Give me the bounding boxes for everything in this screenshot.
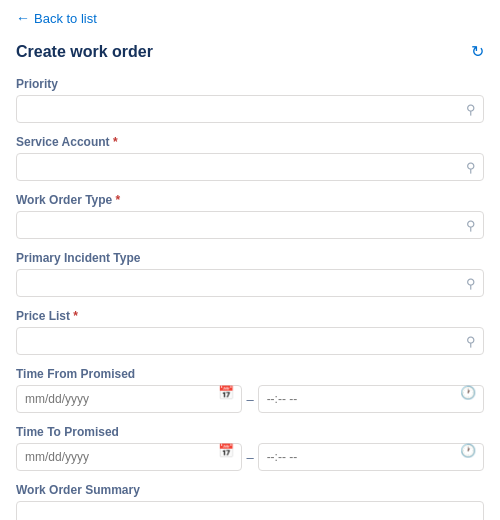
price-list-field: Price List * ⚲ — [16, 309, 484, 355]
work-order-summary-wrapper: ↗ — [16, 501, 484, 520]
required-star: * — [110, 135, 118, 149]
service-account-input[interactable] — [16, 153, 484, 181]
time-to-promised-row: 📅 – 🕐 — [16, 443, 484, 471]
back-link-label: Back to list — [34, 11, 97, 26]
primary-incident-type-input[interactable] — [16, 269, 484, 297]
time-to-date-input[interactable] — [16, 443, 242, 471]
time-to-promised-label: Time To Promised — [16, 425, 484, 439]
time-to-time-wrapper: 🕐 — [258, 443, 484, 471]
service-account-input-wrapper: ⚲ — [16, 153, 484, 181]
priority-input-wrapper: ⚲ — [16, 95, 484, 123]
time-from-date-wrapper: 📅 — [16, 385, 242, 413]
work-order-type-input[interactable] — [16, 211, 484, 239]
primary-incident-type-label: Primary Incident Type — [16, 251, 484, 265]
time-from-date-input[interactable] — [16, 385, 242, 413]
work-order-summary-field: Work Order Summary ↗ — [16, 483, 484, 520]
time-from-promised-row: 📅 – 🕐 — [16, 385, 484, 413]
service-account-field: Service Account * ⚲ — [16, 135, 484, 181]
time-from-time-input[interactable] — [258, 385, 484, 413]
primary-incident-type-field: Primary Incident Type ⚲ — [16, 251, 484, 297]
price-list-input[interactable] — [16, 327, 484, 355]
price-list-input-wrapper: ⚲ — [16, 327, 484, 355]
time-from-time-wrapper: 🕐 — [258, 385, 484, 413]
datetime-separator-to: – — [246, 450, 253, 465]
back-to-list-link[interactable]: ← Back to list — [16, 10, 484, 26]
work-order-type-label: Work Order Type * — [16, 193, 484, 207]
page-header: Create work order ↻ — [16, 42, 484, 61]
time-to-date-wrapper: 📅 — [16, 443, 242, 471]
priority-label: Priority — [16, 77, 484, 91]
work-order-summary-label: Work Order Summary — [16, 483, 484, 497]
time-to-promised-field: Time To Promised 📅 – 🕐 — [16, 425, 484, 471]
required-star-wot: * — [112, 193, 120, 207]
refresh-icon[interactable]: ↻ — [471, 42, 484, 61]
primary-incident-type-input-wrapper: ⚲ — [16, 269, 484, 297]
back-arrow-icon: ← — [16, 10, 30, 26]
priority-field: Priority ⚲ — [16, 77, 484, 123]
required-star-pl: * — [70, 309, 78, 323]
time-from-promised-label: Time From Promised — [16, 367, 484, 381]
page-title: Create work order — [16, 43, 153, 61]
priority-input[interactable] — [16, 95, 484, 123]
price-list-label: Price List * — [16, 309, 484, 323]
work-order-type-field: Work Order Type * ⚲ — [16, 193, 484, 239]
service-account-label: Service Account * — [16, 135, 484, 149]
datetime-separator-from: – — [246, 392, 253, 407]
work-order-type-input-wrapper: ⚲ — [16, 211, 484, 239]
time-to-time-input[interactable] — [258, 443, 484, 471]
time-from-promised-field: Time From Promised 📅 – 🕐 — [16, 367, 484, 413]
work-order-summary-textarea[interactable] — [16, 501, 484, 520]
